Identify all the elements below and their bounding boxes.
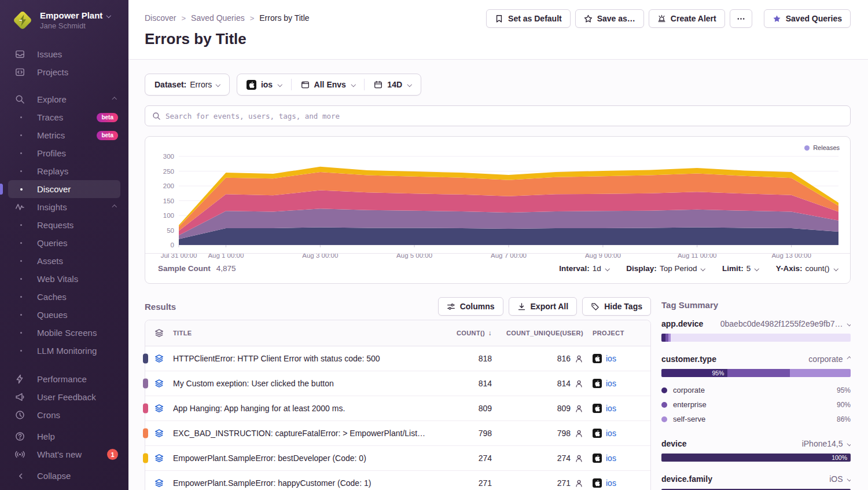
- project-link[interactable]: ios: [606, 379, 616, 388]
- table-row[interactable]: EXC_BAD_INSTRUCTION: captureFatalError: …: [145, 421, 650, 446]
- bullet-icon: [15, 350, 37, 352]
- column-project[interactable]: PROJECT: [593, 330, 650, 337]
- sidebar-item-label: Projects: [37, 67, 120, 77]
- project-link[interactable]: ios: [606, 404, 616, 413]
- project-link[interactable]: ios: [606, 429, 616, 438]
- error-title[interactable]: HTTPClientError: HTTP Client Error with …: [173, 354, 439, 363]
- sidebar-footer: Collapse: [0, 463, 128, 490]
- tag-distribution-bar[interactable]: 95%: [661, 369, 851, 377]
- tag-section-header[interactable]: deviceiPhone14,5: [661, 439, 851, 448]
- sidebar-item-replays[interactable]: Replays: [8, 162, 120, 180]
- bullet-icon: [15, 116, 37, 118]
- breadcrumb-discover[interactable]: Discover: [145, 13, 176, 23]
- org-header[interactable]: Empower Plant Jane Schmidt: [0, 0, 128, 37]
- insights-icon: [15, 202, 37, 212]
- limit-dropdown[interactable]: Limit:5: [722, 264, 759, 273]
- tag-distribution-bar[interactable]: [661, 334, 851, 342]
- tag-section-header[interactable]: app.device0baebc0de4982f1255f2e9e9fb7…: [661, 319, 851, 328]
- column-count-unique[interactable]: COUNT_UNIQUE(USER): [500, 330, 593, 337]
- error-title[interactable]: My Custom exeption: User clicked the but…: [173, 379, 439, 388]
- project-link[interactable]: ios: [606, 478, 616, 488]
- filter-bar: Dataset: Errors ios All Envs: [145, 74, 421, 96]
- sidebar-item-user-feedback[interactable]: User Feedback: [8, 388, 120, 406]
- column-title[interactable]: TITLE: [173, 330, 439, 337]
- chevron-up-icon: [112, 205, 116, 210]
- sidebar-item-metrics[interactable]: Metricsbeta: [8, 126, 120, 144]
- sidebar-item-label: Assets: [37, 256, 120, 266]
- sidebar-item-crons[interactable]: Crons: [8, 406, 120, 424]
- svg-text:50: 50: [167, 227, 174, 234]
- project-link[interactable]: ios: [606, 354, 616, 363]
- tag-section-device: deviceiPhone14,5100%: [661, 439, 851, 462]
- sidebar-item-caches[interactable]: Caches: [8, 288, 120, 306]
- error-title[interactable]: EmpowerPlant.SampleError: happyCustomer …: [173, 478, 439, 488]
- siren-icon: [657, 14, 666, 23]
- sidebar-item-whats-new[interactable]: What's new1: [8, 445, 120, 463]
- sidebar-item-web-vitals[interactable]: Web Vitals: [8, 270, 120, 288]
- sliders-icon: [447, 302, 455, 311]
- tag-value-row[interactable]: enterprise90%: [661, 397, 851, 412]
- sidebar-item-traces[interactable]: Tracesbeta: [8, 108, 120, 126]
- tag-distribution-bar[interactable]: 100%: [661, 454, 851, 462]
- table-row[interactable]: EmpowerPlant.SampleError: bestDeveloper …: [145, 446, 650, 471]
- set-as-default-button[interactable]: Set as Default: [486, 9, 571, 28]
- table-row[interactable]: HTTPClientError: HTTP Client Error with …: [145, 346, 650, 371]
- breadcrumb-separator: >: [181, 14, 186, 23]
- sidebar-item-llm-monitoring[interactable]: LLM Monitoring: [8, 342, 120, 360]
- user-icon: [575, 379, 583, 388]
- tag-value-row[interactable]: self-serve86%: [661, 412, 851, 426]
- results-title: Results: [145, 302, 176, 312]
- user-icon: [575, 404, 583, 413]
- sidebar-item-assets[interactable]: Assets: [8, 252, 120, 270]
- count-unique-value: 814: [500, 379, 593, 388]
- sidebar-item-mobile-screens[interactable]: Mobile Screens: [8, 324, 120, 342]
- tag-key: device.family: [661, 474, 712, 484]
- stacked-area-chart[interactable]: 050100150200250300Jul 31 00:00Aug 1 00:0…: [151, 149, 843, 265]
- save-as-button[interactable]: Save as…: [575, 9, 644, 28]
- tag-value-row[interactable]: corporate95%: [661, 383, 851, 397]
- sidebar-item-profiles[interactable]: Profiles: [8, 144, 120, 162]
- more-options-button[interactable]: [730, 9, 752, 28]
- column-count[interactable]: COUNT() ↓: [439, 329, 500, 337]
- yaxis-dropdown[interactable]: Y-Axis:count(): [776, 264, 837, 273]
- sort-desc-icon: ↓: [488, 329, 492, 337]
- sidebar-item-requests[interactable]: Requests: [8, 216, 120, 234]
- breadcrumb-saved-queries[interactable]: Saved Queries: [191, 13, 245, 23]
- error-title[interactable]: EmpowerPlant.SampleError: bestDeveloper …: [173, 454, 439, 463]
- sidebar-item-performance[interactable]: Performance: [8, 370, 120, 388]
- sidebar-item-issues[interactable]: Issues: [8, 45, 120, 63]
- columns-button[interactable]: Columns: [438, 297, 503, 316]
- search-input[interactable]: [165, 112, 843, 120]
- tag-section-header[interactable]: device.familyiOS: [661, 474, 851, 484]
- saved-queries-button[interactable]: Saved Queries: [764, 9, 851, 28]
- project-link[interactable]: ios: [606, 454, 616, 463]
- sidebar-item-explore[interactable]: Explore: [8, 90, 120, 108]
- sidebar-item-label: Insights: [37, 202, 113, 212]
- table-row[interactable]: EmpowerPlant.SampleError: happyCustomer …: [145, 471, 650, 490]
- sidebar-item-label: Replays: [37, 166, 120, 176]
- interval-dropdown[interactable]: Interval:1d: [559, 264, 609, 273]
- sidebar-item-help[interactable]: Help: [8, 427, 120, 445]
- sidebar-item-collapse[interactable]: Collapse: [8, 467, 120, 485]
- chevron-left-icon: [15, 471, 37, 481]
- dataset-selector[interactable]: Dataset: Errors: [145, 74, 230, 96]
- display-dropdown[interactable]: Display:Top Period: [626, 264, 705, 273]
- sidebar-item-insights[interactable]: Insights: [8, 198, 120, 216]
- table-row[interactable]: App Hanging: App hanging for at least 20…: [145, 396, 650, 421]
- tag-section-header[interactable]: customer.typecorporate: [661, 354, 851, 364]
- date-range-filter[interactable]: 14D: [365, 74, 420, 95]
- create-alert-button[interactable]: Create Alert: [649, 9, 725, 28]
- sidebar-item-projects[interactable]: Projects: [8, 63, 120, 81]
- sidebar-item-queues[interactable]: Queues: [8, 306, 120, 324]
- sidebar-item-queries[interactable]: Queries: [8, 234, 120, 252]
- project-filter[interactable]: ios: [237, 74, 291, 95]
- chevron-down-icon: [701, 266, 705, 271]
- error-title[interactable]: App Hanging: App hanging for at least 20…: [173, 404, 439, 413]
- error-title[interactable]: EXC_BAD_INSTRUCTION: captureFatalError: …: [173, 429, 439, 438]
- org-name[interactable]: Empower Plant: [40, 10, 111, 20]
- table-row[interactable]: My Custom exeption: User clicked the but…: [145, 371, 650, 396]
- sidebar-item-discover[interactable]: Discover: [8, 180, 120, 198]
- export-all-button[interactable]: Export All: [509, 297, 578, 316]
- hide-tags-button[interactable]: Hide Tags: [582, 297, 651, 316]
- environment-filter[interactable]: All Envs: [292, 74, 365, 95]
